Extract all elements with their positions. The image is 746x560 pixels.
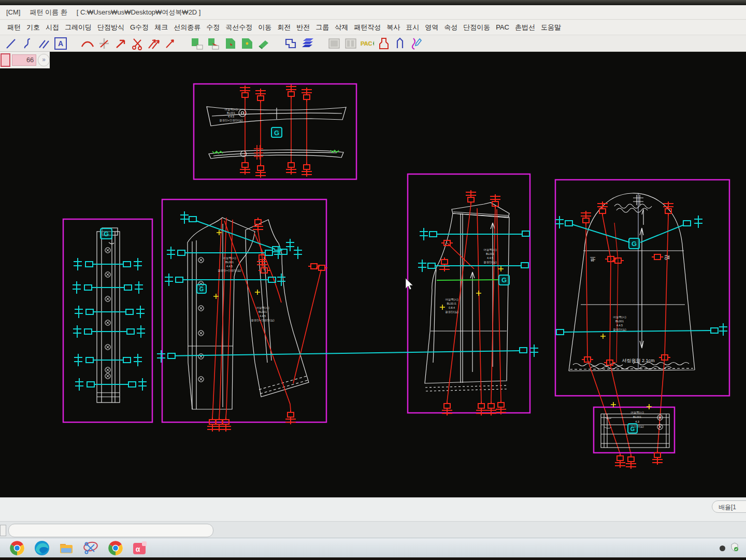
columns-tool-icon[interactable] bbox=[344, 37, 357, 50]
menu-group[interactable]: 그룹 bbox=[315, 23, 329, 32]
svg-text:여성복(시): 여성복(시) bbox=[630, 411, 644, 414]
chrome-icon-2[interactable] bbox=[108, 540, 123, 556]
svg-text:겉원단+안원단(심): 겉원단+안원단(심) bbox=[218, 269, 241, 272]
document-path: [ C:₩Users₩us₩Desktop₩여성복₩2D ] bbox=[77, 8, 201, 17]
slash-arrow-tool-icon[interactable] bbox=[164, 37, 177, 50]
eraser-tool-icon[interactable] bbox=[257, 37, 270, 50]
background-app-dot-icon[interactable] bbox=[720, 545, 725, 551]
menu-g-edit[interactable]: G수정 bbox=[130, 23, 149, 32]
g-marker-sleeve[interactable]: G bbox=[629, 238, 639, 249]
g-marker-front[interactable]: G bbox=[197, 284, 206, 293]
system-tray bbox=[720, 542, 739, 554]
svg-text:여성복(시): 여성복(시) bbox=[483, 248, 497, 252]
long-measure-line bbox=[157, 344, 538, 363]
menu-flip[interactable]: 반전 bbox=[296, 23, 310, 32]
collar-lower-piece[interactable] bbox=[209, 150, 343, 159]
window-tool-icon[interactable] bbox=[327, 37, 341, 50]
pen-wave-tool-icon[interactable] bbox=[410, 37, 424, 50]
snipping-tool-icon[interactable] bbox=[83, 540, 98, 556]
menu-check[interactable]: 체크 bbox=[154, 23, 168, 32]
pattern-cad-app-icon[interactable]: α bbox=[132, 540, 148, 556]
g-marker-collar[interactable]: G bbox=[271, 127, 282, 137]
menu-delete[interactable]: 삭제 bbox=[335, 23, 348, 32]
menu-grading[interactable]: 그레이딩 bbox=[65, 23, 92, 32]
menu-symbol[interactable]: 기호 bbox=[26, 23, 40, 32]
g-marker-cuff[interactable]: G bbox=[628, 424, 637, 433]
menu-display[interactable]: 표시 bbox=[406, 23, 419, 32]
menu-pac[interactable]: PAC bbox=[496, 23, 509, 31]
back-info-text-2: 여성복(시) BL00.0. 0.8.4 겉원단(심) bbox=[445, 298, 458, 313]
g-marker-placket[interactable]: G bbox=[101, 228, 112, 239]
scissors-tool-icon[interactable] bbox=[131, 37, 144, 50]
menu-make-pattern[interactable]: 패턴작성 bbox=[354, 23, 381, 32]
double-arrow-tool-icon[interactable] bbox=[147, 37, 161, 50]
menu-edit[interactable]: 수정 bbox=[206, 23, 220, 32]
curve-tool-icon[interactable] bbox=[21, 37, 34, 50]
menu-area[interactable]: 영역 bbox=[425, 23, 438, 32]
layer-stack-tool-icon[interactable] bbox=[300, 37, 314, 50]
menu-help[interactable]: 도움말 bbox=[541, 23, 561, 32]
blue-pattern-tool-icon[interactable] bbox=[394, 37, 407, 50]
svg-text:4.4.5: 4.4.5 bbox=[616, 324, 623, 327]
horizontal-scrollbar[interactable] bbox=[0, 521, 746, 538]
active-color-swatch[interactable] bbox=[1, 53, 10, 67]
pac-tool-icon[interactable]: PAC bbox=[361, 37, 374, 50]
arc-tool-icon[interactable] bbox=[81, 37, 94, 50]
arrow-tool-icon[interactable] bbox=[114, 37, 127, 50]
move-piece-tool-icon[interactable] bbox=[207, 37, 221, 50]
file-explorer-icon[interactable] bbox=[59, 540, 74, 556]
scrollbar-thumb[interactable] bbox=[8, 524, 213, 537]
text-tool-icon[interactable]: A bbox=[54, 37, 67, 50]
piece-mark-tool-icon[interactable] bbox=[224, 37, 237, 50]
chrome-icon[interactable] bbox=[9, 540, 25, 556]
front-piece-1[interactable] bbox=[188, 218, 255, 409]
scrollbar-left-stub[interactable] bbox=[0, 525, 6, 536]
parallel-line-tool-icon[interactable] bbox=[37, 37, 51, 50]
menu-point-method[interactable]: 단점방식 bbox=[97, 23, 124, 32]
svg-text:여성복(시): 여성복(시) bbox=[256, 306, 269, 310]
svg-text:겉원단(심): 겉원단(심) bbox=[445, 310, 458, 313]
g-marker-back[interactable]: G bbox=[499, 275, 509, 285]
red-pattern-tool-icon[interactable] bbox=[377, 37, 391, 50]
blue-corner-tool-icon[interactable] bbox=[284, 37, 297, 50]
menu-rotate[interactable]: 회전 bbox=[277, 23, 291, 32]
edge-icon[interactable] bbox=[34, 540, 50, 556]
menu-pattern[interactable]: 패턴 bbox=[7, 23, 21, 32]
menu-curve-edit[interactable]: 곡선수정 bbox=[225, 23, 252, 32]
size-value-field[interactable]: 66 bbox=[12, 54, 36, 66]
menu-copy[interactable]: 복사 bbox=[386, 23, 400, 32]
svg-text:4.4.5: 4.4.5 bbox=[487, 256, 493, 260]
svg-text:여성복(시): 여성복(시) bbox=[223, 256, 236, 260]
cross-mark-tool-icon[interactable] bbox=[97, 37, 111, 50]
menu-measure-line[interactable]: 촌법선 bbox=[515, 23, 535, 32]
zoom-ratio-button[interactable]: 배율[1 bbox=[712, 500, 746, 513]
copy-piece-tool-icon[interactable] bbox=[191, 37, 204, 50]
pattern-drawing: 여성복(시) BL001 4.4.5 겉원단+안원단(심) G bbox=[0, 52, 746, 497]
security-shield-icon[interactable] bbox=[730, 542, 739, 554]
monitor-screen: [CM] 패턴 이름 환 [ C:₩Users₩us₩Desktop₩여성복₩2… bbox=[0, 0, 746, 560]
svg-text:α: α bbox=[136, 545, 140, 553]
svg-text:BL001: BL001 bbox=[486, 252, 494, 255]
size-panel: 66 » bbox=[0, 52, 50, 68]
piece-pair-tool-icon[interactable] bbox=[240, 37, 254, 50]
menu-property[interactable]: 속성 bbox=[444, 23, 457, 32]
svg-text:BL001: BL001 bbox=[259, 310, 267, 313]
back-piece[interactable] bbox=[425, 203, 509, 391]
svg-text:겉원단(심): 겉원단(심) bbox=[483, 261, 497, 264]
pattern-box-front[interactable]: 여성복(시) BL001 4.4.5 겉원단+안원단(심) 여성복(시) BL0… bbox=[162, 199, 327, 432]
pattern-box-back[interactable]: 여성복(시) BL001 4.4.5 겉원단(심) 여성복(시) BL00.0.… bbox=[408, 174, 530, 415]
drawing-canvas[interactable]: 여성복(시) BL001 4.4.5 겉원단+안원단(심) G bbox=[0, 52, 746, 497]
menu-move[interactable]: 이동 bbox=[258, 23, 271, 32]
monitor-bezel-bottom bbox=[0, 557, 746, 560]
svg-text:BL001: BL001 bbox=[225, 261, 234, 264]
menu-bar: 패턴 기호 시접 그레이딩 단점방식 G수정 체크 선의종류 수정 곡선수정 이… bbox=[0, 20, 746, 35]
menu-line-type[interactable]: 선의종류 bbox=[174, 23, 200, 32]
menu-seam[interactable]: 시접 bbox=[46, 23, 59, 32]
line-tool-icon[interactable] bbox=[4, 37, 18, 50]
svg-text:4.4.5: 4.4.5 bbox=[228, 115, 234, 118]
pattern-box-collar[interactable]: 여성복(시) BL001 4.4.5 겉원단+안원단(심) G bbox=[194, 84, 356, 179]
menu-point-move[interactable]: 단점이동 bbox=[463, 23, 490, 32]
panel-expand-button[interactable]: » bbox=[38, 54, 50, 66]
pattern-box-placket[interactable]: G bbox=[63, 219, 152, 422]
svg-text:G: G bbox=[199, 286, 204, 292]
